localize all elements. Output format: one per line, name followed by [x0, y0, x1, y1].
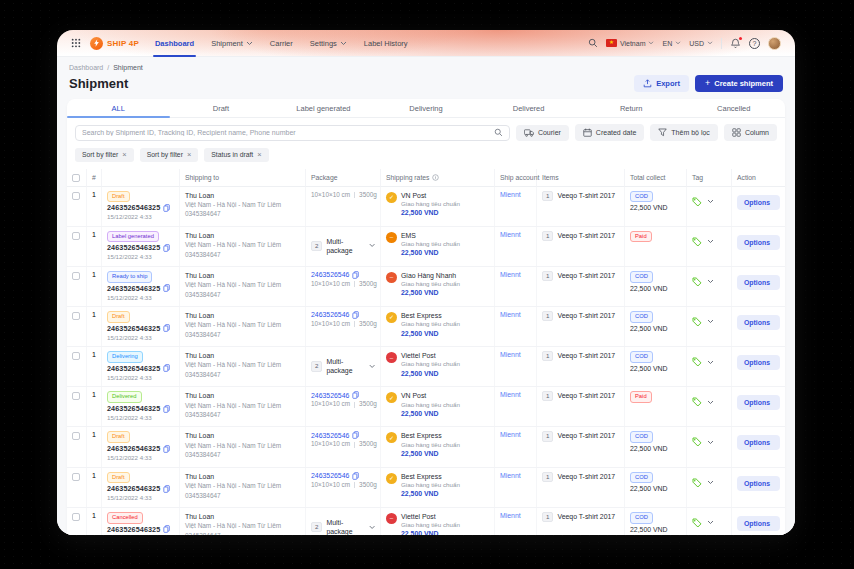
chevron-down-icon[interactable] [707, 279, 714, 284]
export-button[interactable]: Export [634, 75, 689, 92]
copy-icon[interactable] [352, 472, 359, 480]
row-checkbox[interactable] [72, 352, 80, 360]
tab[interactable]: Delivered [477, 99, 580, 117]
copy-icon[interactable] [352, 271, 359, 279]
ship-account-link[interactable]: Miennt [500, 311, 531, 318]
ship-account-link[interactable]: Miennt [500, 512, 531, 519]
row-checkbox[interactable] [72, 392, 80, 400]
tag-icon[interactable] [692, 478, 702, 488]
tab[interactable]: Delivering [375, 99, 478, 117]
options-button[interactable]: Options [737, 235, 780, 250]
row-checkbox[interactable] [72, 232, 80, 240]
chevron-down-icon[interactable] [707, 440, 714, 445]
more-filters-button[interactable]: Thêm bộ lọc [650, 124, 718, 141]
multi-package-toggle[interactable]: 2 Multi-package [311, 518, 375, 535]
tag-icon[interactable] [692, 197, 702, 207]
brand-logo[interactable]: SHIP 4P [90, 37, 139, 50]
remove-chip-icon[interactable]: × [257, 151, 261, 159]
copy-icon[interactable] [352, 311, 359, 319]
created-date-filter-button[interactable]: Created date [575, 124, 644, 141]
user-avatar[interactable] [768, 37, 781, 50]
copy-icon[interactable] [163, 525, 170, 533]
notifications-bell-icon[interactable] [730, 38, 741, 49]
tab[interactable]: Draft [170, 99, 273, 117]
copy-icon[interactable] [352, 391, 359, 399]
multi-package-toggle[interactable]: 2 Multi-package [311, 357, 375, 376]
search-icon[interactable] [588, 38, 598, 48]
options-button[interactable]: Options [737, 395, 780, 410]
options-button[interactable]: Options [737, 275, 780, 290]
tag-icon[interactable] [692, 397, 702, 407]
country-selector[interactable]: ★ Vietnam [606, 39, 655, 47]
chevron-down-icon[interactable] [707, 480, 714, 485]
nav-item[interactable]: Dashboard [155, 30, 194, 57]
options-button[interactable]: Options [737, 315, 780, 330]
row-checkbox[interactable] [72, 432, 80, 440]
ship-account-link[interactable]: Miennt [500, 191, 531, 198]
tag-icon[interactable] [692, 437, 702, 447]
copy-icon[interactable] [163, 364, 170, 372]
tab[interactable]: Label generated [272, 99, 375, 117]
row-checkbox[interactable] [72, 312, 80, 320]
chevron-down-icon[interactable] [707, 199, 714, 204]
column-settings-button[interactable]: Column [724, 124, 777, 141]
courier-filter-button[interactable]: Courier [516, 125, 569, 141]
select-all-checkbox[interactable] [72, 174, 80, 182]
help-icon[interactable]: ? [749, 38, 760, 49]
row-checkbox[interactable] [72, 473, 80, 481]
search-input[interactable] [82, 129, 494, 136]
search-icon[interactable] [494, 128, 503, 137]
chevron-down-icon[interactable] [707, 520, 714, 525]
breadcrumb-parent[interactable]: Dashboard [69, 64, 103, 71]
copy-icon[interactable] [163, 244, 170, 252]
row-checkbox[interactable] [72, 513, 80, 521]
options-button[interactable]: Options [737, 435, 780, 450]
ship-account-link[interactable]: Miennt [500, 351, 531, 358]
apps-grid-icon[interactable] [71, 38, 81, 48]
filter-chip[interactable]: Sort by filter × [140, 148, 199, 162]
copy-icon[interactable] [163, 405, 170, 413]
info-icon[interactable] [432, 174, 439, 181]
chevron-down-icon[interactable] [707, 400, 714, 405]
tab[interactable]: Cancelled [682, 99, 785, 117]
tab[interactable]: Return [580, 99, 683, 117]
nav-item[interactable]: Settings [310, 30, 347, 57]
tab[interactable]: ALL [67, 99, 170, 117]
ship-account-link[interactable]: Miennt [500, 391, 531, 398]
multi-package-toggle[interactable]: 2 Multi-package [311, 237, 375, 256]
row-checkbox[interactable] [72, 192, 80, 200]
copy-icon[interactable] [163, 204, 170, 212]
chevron-down-icon[interactable] [707, 239, 714, 244]
language-selector[interactable]: EN [662, 40, 681, 47]
copy-icon[interactable] [163, 485, 170, 493]
ship-account-link[interactable]: Miennt [500, 431, 531, 438]
chevron-down-icon[interactable] [707, 360, 714, 365]
filter-chip[interactable]: Sort by filter × [75, 148, 134, 162]
row-checkbox[interactable] [72, 272, 80, 280]
copy-icon[interactable] [163, 445, 170, 453]
ship-account-link[interactable]: Miennt [500, 231, 531, 238]
chevron-down-icon[interactable] [707, 319, 714, 324]
remove-chip-icon[interactable]: × [187, 151, 191, 159]
options-button[interactable]: Options [737, 516, 780, 531]
ship-account-link[interactable]: Miennt [500, 271, 531, 278]
nav-item[interactable]: Shipment [211, 30, 253, 57]
options-button[interactable]: Options [737, 195, 780, 210]
tag-icon[interactable] [692, 317, 702, 327]
tag-icon[interactable] [692, 277, 702, 287]
options-button[interactable]: Options [737, 476, 780, 491]
copy-icon[interactable] [163, 324, 170, 332]
create-shipment-button[interactable]: + Create shipment [695, 75, 783, 92]
remove-chip-icon[interactable]: × [122, 151, 126, 159]
tag-icon[interactable] [692, 237, 702, 247]
copy-icon[interactable] [352, 431, 359, 439]
ship-account-link[interactable]: Miennt [500, 472, 531, 479]
options-button[interactable]: Options [737, 355, 780, 370]
nav-item[interactable]: Carrier [270, 30, 293, 57]
copy-icon[interactable] [163, 284, 170, 292]
tag-icon[interactable] [692, 518, 702, 528]
filter-chip[interactable]: Status in draft × [204, 148, 268, 162]
tag-icon[interactable] [692, 357, 702, 367]
currency-selector[interactable]: USD [689, 40, 713, 47]
nav-item[interactable]: Label History [364, 30, 408, 57]
